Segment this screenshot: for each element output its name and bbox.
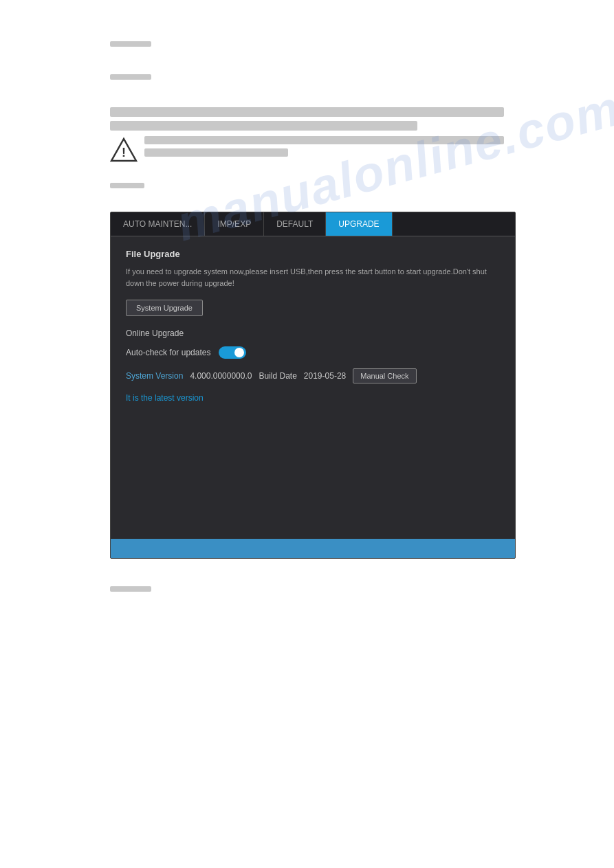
footer-section bbox=[0, 572, 614, 612]
system-version-value: 4.000.0000000.0 bbox=[190, 371, 252, 381]
spacer-section bbox=[0, 176, 614, 205]
svg-text:!: ! bbox=[122, 146, 126, 159]
online-upgrade-label: Online Upgrade bbox=[126, 329, 500, 338]
system-version-label: System Version bbox=[126, 371, 183, 381]
tab-default[interactable]: DEFAULT bbox=[264, 212, 326, 236]
ui-panel-wrapper: AUTO MAINTEN... IMP/EXP DEFAULT UPGRADE … bbox=[0, 205, 614, 572]
manual-check-button[interactable]: Manual Check bbox=[353, 368, 416, 383]
file-upgrade-description: If you need to upgrade system now,please… bbox=[126, 266, 500, 289]
system-upgrade-button[interactable]: System Upgrade bbox=[126, 300, 203, 316]
file-upgrade-title: File Upgrade bbox=[126, 249, 500, 259]
warning-section: ! bbox=[0, 100, 614, 176]
auto-check-label: Auto-check for updates bbox=[126, 348, 210, 357]
redacted-line bbox=[110, 41, 151, 47]
tab-bar: AUTO MAINTEN... IMP/EXP DEFAULT UPGRADE bbox=[111, 212, 515, 236]
redacted-bar bbox=[110, 107, 504, 117]
auto-check-toggle[interactable] bbox=[219, 346, 246, 359]
redacted-text-bar bbox=[144, 136, 504, 144]
build-date-label: Build Date bbox=[259, 371, 296, 381]
version-info-row: System Version 4.000.0000000.0 Build Dat… bbox=[126, 368, 500, 383]
latest-version-status: It is the latest version bbox=[126, 393, 500, 403]
tab-imp-exp[interactable]: IMP/EXP bbox=[205, 212, 264, 236]
panel-bottom-bar bbox=[111, 539, 515, 558]
footer-redacted-line bbox=[110, 586, 151, 592]
redacted-line bbox=[110, 183, 144, 188]
toggle-knob bbox=[234, 348, 244, 357]
auto-check-row: Auto-check for updates bbox=[126, 346, 500, 359]
redacted-text-bar bbox=[144, 148, 288, 157]
warning-text-block bbox=[144, 136, 504, 161]
tab-upgrade[interactable]: UPGRADE bbox=[326, 212, 392, 236]
upgrade-panel: AUTO MAINTEN... IMP/EXP DEFAULT UPGRADE … bbox=[110, 212, 516, 559]
warning-icon: ! bbox=[110, 136, 138, 164]
build-date-value: 2019-05-28 bbox=[304, 371, 346, 381]
redacted-line bbox=[110, 74, 151, 80]
top-redacted-section bbox=[0, 0, 614, 100]
panel-content: File Upgrade If you need to upgrade syst… bbox=[111, 236, 515, 415]
redacted-bar bbox=[110, 121, 417, 131]
tab-auto-mainten[interactable]: AUTO MAINTEN... bbox=[111, 212, 205, 236]
